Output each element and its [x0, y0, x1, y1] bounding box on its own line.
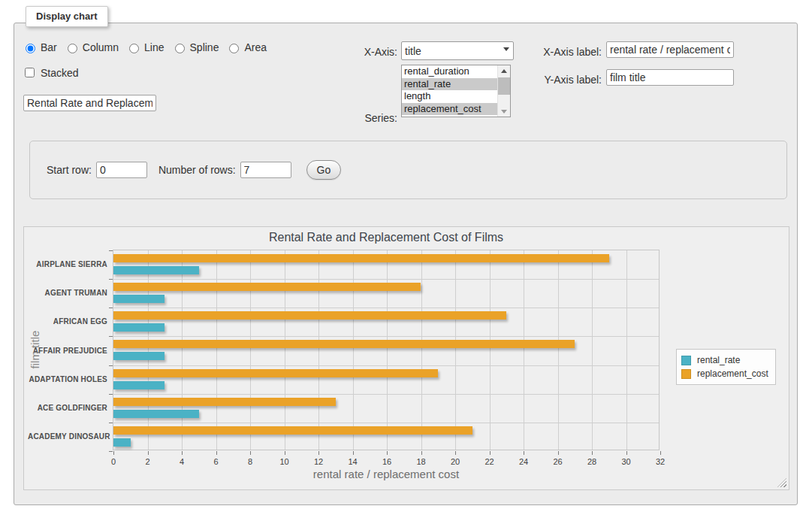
grid-line-vertical — [558, 250, 559, 450]
chart-title: Rental Rate and Replacement Cost of Film… — [113, 231, 660, 244]
chart-type-radio-bar[interactable] — [26, 44, 35, 53]
stacked-checkbox[interactable] — [25, 68, 35, 77]
chart-type-label-column: Column — [83, 41, 119, 53]
y-tick-mark — [109, 279, 113, 280]
x-tick-label: 20 — [444, 457, 466, 466]
go-button[interactable]: Go — [306, 160, 342, 180]
bar-rental_rate — [113, 438, 131, 447]
category-label: ACE GOLDFINGER — [28, 404, 107, 412]
chart-type-radio-area[interactable] — [229, 44, 239, 53]
category-label: AFRICAN EGG — [28, 317, 107, 326]
grid-line-vertical — [387, 250, 388, 450]
x-axis-label-label: X-Axis label: — [522, 46, 602, 58]
grid-line-vertical — [318, 250, 319, 450]
grid-line-vertical — [626, 250, 627, 450]
x-tick-label: 8 — [239, 457, 261, 466]
grid-line-horizontal — [113, 336, 659, 337]
plot-area: 02468101214161820222426283032AIRPLANE SI… — [113, 250, 660, 450]
chart-type-radio-spline[interactable] — [175, 44, 185, 53]
legend-entry-replacement_cost: replacement_cost — [681, 367, 768, 380]
x-tick-label: 32 — [649, 457, 672, 466]
grid-line-horizontal — [113, 308, 659, 308]
scrollbar-thumb[interactable] — [498, 77, 510, 95]
grid-line-vertical — [455, 250, 456, 450]
fieldset-legend: Display chart — [26, 6, 108, 27]
start-row-input[interactable] — [96, 162, 147, 178]
grid-line-horizontal — [113, 423, 659, 423]
row-controls-panel: Start row: Number of rows: Go — [29, 141, 787, 199]
grid-line-vertical — [285, 250, 285, 450]
chart-type-radio-line[interactable] — [129, 44, 139, 53]
x-axis-select-wrap: title — [401, 41, 514, 60]
y-tick-mark — [109, 250, 113, 251]
series-option-rental_duration[interactable]: rental_duration — [402, 65, 497, 78]
x-tick-label: 10 — [273, 457, 296, 466]
x-tick-label: 16 — [376, 457, 398, 466]
bar-rental_rate — [113, 295, 165, 303]
x-tick-mark — [387, 451, 388, 455]
bar-replacement_cost — [113, 283, 421, 291]
x-axis-select-label: X-Axis: — [345, 46, 397, 58]
x-tick-mark — [524, 451, 524, 455]
x-tick-label: 14 — [342, 457, 364, 466]
bar-replacement_cost — [113, 254, 609, 262]
x-tick-mark — [182, 451, 183, 455]
category-label: AGENT TRUMAN — [28, 289, 107, 297]
bar-replacement_cost — [113, 398, 336, 406]
legend-label-replacement_cost: replacement_cost — [697, 368, 768, 379]
x-tick-label: 4 — [171, 457, 193, 466]
bar-replacement_cost — [113, 311, 506, 320]
category-label: AIRPLANE SIERRA — [28, 260, 107, 268]
grid-line-vertical — [490, 250, 491, 450]
grid-line-vertical — [353, 250, 354, 450]
series-option-rental_rate[interactable]: rental_rate — [402, 78, 497, 91]
y-tick-mark — [109, 451, 113, 452]
scroll-down-icon[interactable] — [498, 105, 510, 117]
chart-type-option-area: Area — [225, 41, 267, 53]
number-of-rows-input[interactable] — [240, 162, 291, 178]
y-tick-mark — [109, 365, 113, 366]
x-axis-label-input[interactable] — [606, 41, 734, 58]
bar-replacement_cost — [113, 340, 575, 348]
start-row-label: Start row: — [47, 164, 92, 176]
scroll-up-icon[interactable] — [498, 65, 510, 77]
chart-type-label-area: Area — [244, 41, 267, 53]
x-tick-mark — [558, 451, 559, 455]
y-axis-label-input[interactable] — [606, 69, 734, 86]
y-axis-label-label: Y-Axis label: — [522, 74, 602, 86]
resize-handle-icon[interactable] — [777, 478, 786, 487]
x-tick-label: 22 — [478, 457, 501, 466]
series-option-length[interactable]: length — [402, 90, 497, 103]
grid-line-vertical — [524, 250, 524, 450]
x-tick-label: 0 — [102, 457, 125, 466]
chart-type-option-spline: Spline — [171, 41, 219, 53]
x-axis-select[interactable]: title — [401, 41, 514, 60]
grid-line-vertical — [421, 250, 422, 450]
y-tick-mark — [109, 336, 113, 337]
listbox-scrollbar[interactable] — [497, 65, 510, 117]
x-tick-label: 12 — [307, 457, 330, 466]
grid-line-horizontal — [113, 365, 659, 366]
grid-line-vertical — [148, 250, 149, 450]
x-tick-label: 18 — [410, 457, 433, 466]
series-listbox[interactable]: rental_durationrental_ratelengthreplacem… — [401, 65, 511, 117]
legend-swatch-replacement_cost — [681, 369, 691, 379]
chart-type-option-bar: Bar — [22, 41, 57, 53]
x-tick-mark — [490, 451, 491, 455]
chart-type-radio-column[interactable] — [68, 44, 77, 53]
x-tick-mark — [353, 451, 354, 455]
x-tick-mark — [250, 451, 251, 455]
bar-rental_rate — [113, 352, 165, 360]
grid-line-vertical — [250, 250, 251, 450]
y-tick-mark — [109, 423, 113, 423]
x-tick-mark — [216, 451, 217, 455]
chart-title-input[interactable] — [23, 95, 156, 111]
grid-line-horizontal — [113, 279, 659, 280]
x-tick-mark — [455, 451, 456, 455]
series-option-replacement_cost[interactable]: replacement_cost — [402, 103, 497, 116]
chart-type-option-column: Column — [64, 41, 119, 53]
bar-replacement_cost — [113, 369, 438, 377]
series-select-label: Series: — [345, 112, 397, 124]
x-tick-mark — [592, 451, 593, 455]
y-tick-mark — [109, 394, 113, 395]
